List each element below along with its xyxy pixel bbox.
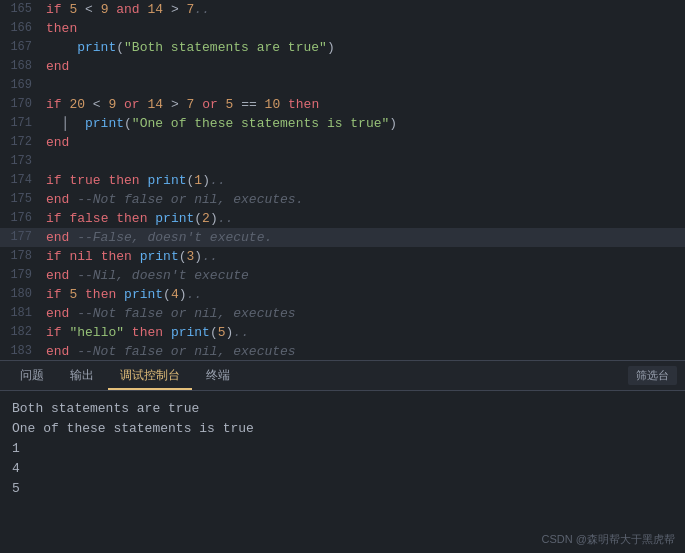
- line-num-174: 174: [0, 171, 42, 190]
- line-content-172: end: [42, 133, 685, 152]
- line-content-177: end --False, doesn't execute.: [42, 228, 685, 247]
- watermark: CSDN @森明帮大于黑虎帮: [542, 532, 675, 547]
- code-line-176: 176 if false then print(2)..: [0, 209, 685, 228]
- code-line-178: 178 if nil then print(3)..: [0, 247, 685, 266]
- output-line-3: 1: [12, 439, 673, 459]
- code-line-172: 172 end: [0, 133, 685, 152]
- line-num-169: 169: [0, 76, 42, 95]
- line-num-179: 179: [0, 266, 42, 285]
- line-num-171: 171: [0, 114, 42, 133]
- line-num-173: 173: [0, 152, 42, 171]
- line-content-183: end --Not false or nil, executes: [42, 342, 685, 360]
- output-line-2: One of these statements is true: [12, 419, 673, 439]
- tab-debug-console[interactable]: 调试控制台: [108, 363, 192, 390]
- tab-terminal[interactable]: 终端: [194, 363, 242, 390]
- line-content-165: if 5 < 9 and 14 > 7..: [42, 0, 685, 19]
- code-line-182: 182 if "hello" then print(5)..: [0, 323, 685, 342]
- line-num-167: 167: [0, 38, 42, 57]
- code-line-167: 167 print("Both statements are true"): [0, 38, 685, 57]
- line-content-170: if 20 < 9 or 14 > 7 or 5 == 10 then: [42, 95, 685, 114]
- code-line-181: 181 end --Not false or nil, executes: [0, 304, 685, 323]
- panel-tabs: 问题 输出 调试控制台 终端 筛选台: [0, 361, 685, 391]
- line-content-179: end --Nil, doesn't execute: [42, 266, 685, 285]
- line-content-174: if true then print(1)..: [42, 171, 685, 190]
- line-num-183: 183: [0, 342, 42, 360]
- code-line-177: 177 end --False, doesn't execute.: [0, 228, 685, 247]
- line-content-166: then: [42, 19, 685, 38]
- line-num-166: 166: [0, 19, 42, 38]
- line-num-168: 168: [0, 57, 42, 76]
- line-content-171: │ print("One of these statements is true…: [42, 114, 685, 133]
- output-line-4: 4: [12, 459, 673, 479]
- line-content-167: print("Both statements are true"): [42, 38, 685, 57]
- code-line-169: 169: [0, 76, 685, 95]
- line-num-182: 182: [0, 323, 42, 342]
- line-num-177: 177: [0, 228, 42, 247]
- tab-output[interactable]: 输出: [58, 363, 106, 390]
- code-line-174: 174 if true then print(1)..: [0, 171, 685, 190]
- code-line-170: 170 if 20 < 9 or 14 > 7 or 5 == 10 then: [0, 95, 685, 114]
- code-line-171: 171 │ print("One of these statements is …: [0, 114, 685, 133]
- line-content-168: end: [42, 57, 685, 76]
- filter-button[interactable]: 筛选台: [628, 366, 677, 385]
- line-num-165: 165: [0, 0, 42, 19]
- code-line-180: 180 if 5 then print(4)..: [0, 285, 685, 304]
- code-line-183: 183 end --Not false or nil, executes: [0, 342, 685, 360]
- code-line-173: 173: [0, 152, 685, 171]
- panel-output: Both statements are true One of these st…: [0, 391, 685, 507]
- code-line-179: 179 end --Nil, doesn't execute: [0, 266, 685, 285]
- bottom-panel: 问题 输出 调试控制台 终端 筛选台 Both statements are t…: [0, 360, 685, 553]
- code-lines: 165 if 5 < 9 and 14 > 7.. 166 then 167 p…: [0, 0, 685, 360]
- line-content-176: if false then print(2)..: [42, 209, 685, 228]
- code-line-165: 165 if 5 < 9 and 14 > 7..: [0, 0, 685, 19]
- code-line-166: 166 then: [0, 19, 685, 38]
- line-content-180: if 5 then print(4)..: [42, 285, 685, 304]
- line-num-178: 178: [0, 247, 42, 266]
- line-num-181: 181: [0, 304, 42, 323]
- line-content-175: end --Not false or nil, executes.: [42, 190, 685, 209]
- code-editor: 165 if 5 < 9 and 14 > 7.. 166 then 167 p…: [0, 0, 685, 360]
- output-line-5: 5: [12, 479, 673, 499]
- line-content-182: if "hello" then print(5)..: [42, 323, 685, 342]
- line-num-170: 170: [0, 95, 42, 114]
- line-num-180: 180: [0, 285, 42, 304]
- line-num-175: 175: [0, 190, 42, 209]
- line-num-172: 172: [0, 133, 42, 152]
- tab-problems[interactable]: 问题: [8, 363, 56, 390]
- output-line-1: Both statements are true: [12, 399, 673, 419]
- code-line-168: 168 end: [0, 57, 685, 76]
- line-content-181: end --Not false or nil, executes: [42, 304, 685, 323]
- line-num-176: 176: [0, 209, 42, 228]
- code-line-175: 175 end --Not false or nil, executes.: [0, 190, 685, 209]
- line-content-178: if nil then print(3)..: [42, 247, 685, 266]
